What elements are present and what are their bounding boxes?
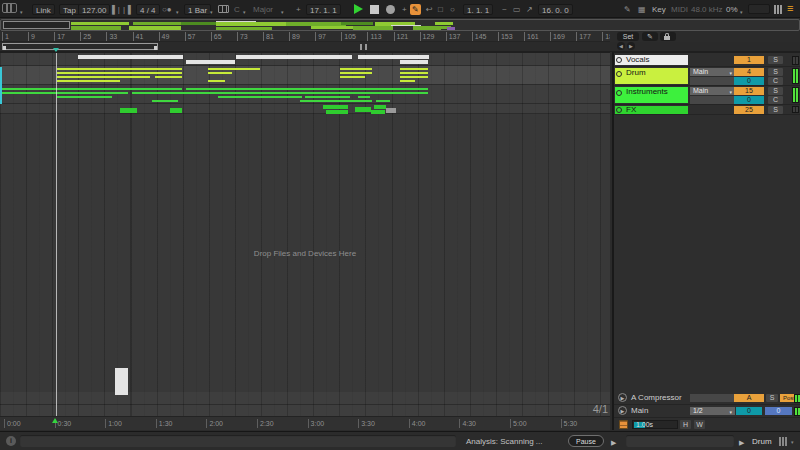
loop-length-field[interactable]: 16. 0. 0 (538, 4, 573, 15)
box-select-icon[interactable]: □ (438, 4, 443, 15)
solo-button-vocals[interactable]: S (768, 56, 783, 64)
layout-caret-icon[interactable]: ▾ (20, 7, 23, 18)
track-value-instruments[interactable]: 15 (734, 87, 764, 95)
main-track-name[interactable]: Main (631, 406, 648, 416)
draw-icon[interactable]: ✎ (624, 4, 631, 15)
routing-menu-drum[interactable]: Main▾ (690, 68, 735, 76)
clip-white[interactable] (236, 55, 352, 59)
cpu-load-field[interactable]: 0% (726, 4, 738, 15)
play-small-icon[interactable]: ▶ (739, 439, 744, 447)
preview-icon[interactable]: ▶ (618, 393, 627, 402)
output-routing-menu[interactable]: 1/2▾ (690, 407, 735, 415)
clip-drum[interactable] (208, 72, 232, 74)
main-volume[interactable]: 0 (765, 407, 792, 415)
plus-icon[interactable]: + (402, 4, 407, 15)
scrub-area[interactable]: ◀ ▶ (0, 42, 800, 52)
fade-time-field[interactable]: 1.00s (632, 420, 678, 429)
time-signature-field[interactable]: 4 / 4 (136, 4, 160, 15)
clip-drum[interactable] (340, 68, 372, 70)
root-note-menu[interactable]: C (234, 4, 240, 15)
punch-in-icon[interactable]: ~ (502, 4, 507, 15)
clip-instr[interactable] (300, 100, 372, 102)
routing-menu-instruments[interactable]: Main▾ (690, 87, 735, 95)
play-button[interactable] (354, 4, 363, 15)
midi-keyboard-icon[interactable] (218, 5, 229, 16)
loop-start-handle[interactable] (3, 46, 6, 50)
circle-icon[interactable]: ○ (450, 4, 455, 15)
send-a-button[interactable]: A (734, 394, 764, 402)
arrangement-position-field[interactable]: 17. 1. 1 (306, 4, 341, 15)
clip-instr[interactable] (152, 100, 178, 102)
nudge-down-icon[interactable]: ▌| (112, 4, 120, 15)
track-value-vocals[interactable]: 1 (734, 56, 764, 64)
beat-time-ruler[interactable]: 1917253341495765738189971051131211291371… (0, 31, 610, 42)
lock-button[interactable] (660, 32, 676, 41)
clip-fx[interactable] (323, 105, 348, 109)
track-header-fx[interactable]: FX 25 S (614, 105, 800, 115)
track-header-instruments[interactable]: Instruments Main▾ 15 S 0 C (614, 86, 800, 105)
tap-tempo-button[interactable]: Tap (59, 4, 80, 15)
clip-cyan[interactable] (0, 67, 2, 104)
info-icon[interactable]: i (6, 436, 16, 446)
key-map-button[interactable]: Key (652, 4, 666, 15)
stop-button[interactable] (370, 5, 379, 16)
clip-gray[interactable] (386, 108, 396, 113)
crossfade-instruments[interactable]: C (768, 96, 783, 104)
pencil-button[interactable]: ✎ (642, 32, 658, 41)
loop-end-handle[interactable] (154, 46, 157, 50)
quantize-caret-icon[interactable]: ▾ (210, 7, 213, 18)
clip-drum[interactable] (57, 80, 120, 82)
clip-fx[interactable] (170, 108, 182, 113)
clip-instr[interactable] (57, 96, 112, 98)
cpu-caret-icon[interactable]: ▾ (740, 7, 743, 18)
track-fold-icon[interactable] (616, 90, 622, 96)
play-small-icon[interactable]: ▶ (611, 439, 616, 447)
pan-drum[interactable]: 0 (734, 77, 764, 85)
track-name-drum[interactable]: Drum (615, 68, 688, 84)
track-fold-icon[interactable] (616, 71, 622, 77)
preview-icon[interactable]: ▶ (618, 406, 627, 415)
clip-drum[interactable] (208, 80, 225, 82)
track-name-vocals[interactable]: Vocals (615, 55, 688, 65)
fade-icon[interactable] (619, 420, 628, 429)
clip-instr[interactable] (218, 96, 302, 98)
optimize-width-button[interactable]: W (694, 420, 705, 429)
solo-button-drum[interactable]: S (768, 68, 783, 76)
quantize-menu[interactable]: 1 Bar (184, 4, 211, 15)
clip-drum[interactable] (400, 80, 415, 82)
grid-icon[interactable]: ▦ (638, 4, 646, 15)
clip-instr[interactable] (358, 96, 370, 98)
clip-drum[interactable] (400, 76, 428, 78)
prev-locator-button[interactable]: ◀ (617, 42, 625, 50)
clip-drum[interactable] (400, 72, 428, 74)
clip-drum[interactable] (57, 72, 182, 74)
clip-drum[interactable] (155, 76, 182, 78)
solo-button-instruments[interactable]: S (768, 87, 783, 95)
track-name-fx[interactable]: FX (615, 106, 688, 114)
clip-instr[interactable] (2, 92, 128, 94)
loop-region-icon[interactable] (360, 44, 367, 50)
clip-fx[interactable] (371, 110, 385, 114)
clip-instr[interactable] (376, 100, 390, 102)
track-header-drum[interactable]: Drum Main▾ 4 S 0 C (614, 67, 800, 86)
clip-white[interactable] (115, 368, 128, 395)
track-name-instruments[interactable]: Instruments (615, 87, 688, 103)
solo-button-return[interactable]: S (766, 394, 778, 402)
clip-instr[interactable] (305, 96, 350, 98)
clip-drum[interactable] (57, 76, 150, 78)
return-track-name[interactable]: A Compressor (631, 393, 682, 403)
follow-icon[interactable]: + (296, 4, 301, 15)
clip-drum[interactable] (340, 76, 365, 78)
pause-button[interactable]: Pause (568, 435, 604, 447)
record-button[interactable] (386, 5, 395, 16)
arrangement-overview[interactable] (0, 19, 800, 31)
clip-fx[interactable] (326, 110, 348, 114)
next-locator-button[interactable]: ▶ (627, 42, 635, 50)
chevron-down-icon[interactable]: ▾ (791, 439, 794, 445)
clip-instr[interactable] (2, 88, 182, 90)
track-value-drum[interactable]: 4 (734, 68, 764, 76)
metronome-icon[interactable]: ○● (162, 4, 172, 15)
tempo-field[interactable]: 127.00 (78, 4, 110, 15)
optimize-height-button[interactable]: H (680, 420, 691, 429)
pan-instruments[interactable]: 0 (734, 96, 764, 104)
